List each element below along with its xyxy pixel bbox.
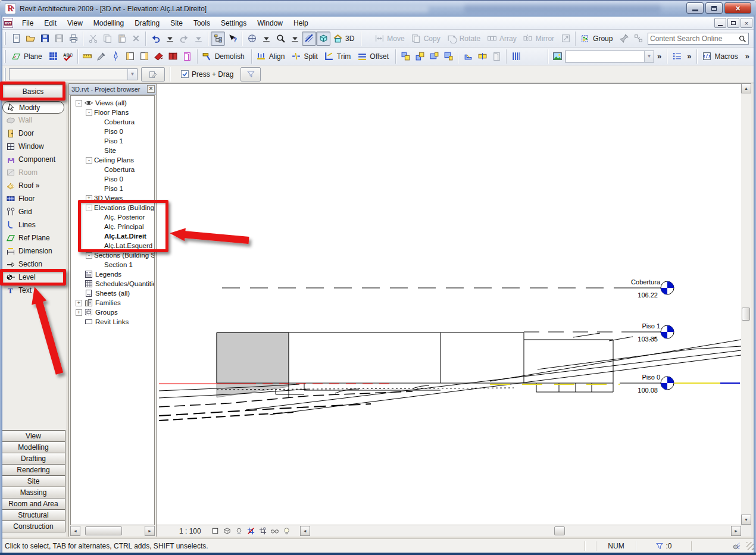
context-help-button[interactable]: ?	[225, 32, 239, 46]
menu-file[interactable]: File	[17, 18, 39, 29]
tree-item-cobertura[interactable]: Cobertura	[71, 117, 154, 127]
spelling-button[interactable]: ABC	[61, 49, 75, 64]
menu-tools[interactable]: Tools	[188, 18, 215, 29]
selection-filter-cell[interactable]: :0	[636, 539, 691, 553]
new-button[interactable]	[9, 32, 23, 46]
zoom-dropdown-button[interactable]	[288, 32, 302, 46]
type-selector-combobox[interactable]: ▼	[9, 68, 138, 80]
designbar-tab-basics[interactable]: Basics	[2, 84, 64, 99]
search-input[interactable]	[650, 35, 738, 43]
edit-cut-join-button[interactable]	[413, 49, 427, 64]
designbar-item-floor[interactable]: Floor	[0, 192, 67, 205]
collapse-icon[interactable]: -	[76, 100, 82, 106]
design-options-button[interactable]	[670, 49, 684, 64]
designbar-tab-room-and-area[interactable]: Room and Area	[1, 498, 65, 510]
designbar-tab-view[interactable]: View	[1, 430, 65, 442]
level-elevation[interactable]: 106.22	[638, 291, 658, 299]
filter-button[interactable]	[240, 67, 261, 81]
crop-region-off-icon[interactable]	[245, 526, 257, 537]
tree-item-al-lat-direit[interactable]: Alç.Lat.Direit	[71, 231, 154, 241]
child-minimize-button[interactable]	[714, 18, 726, 28]
project-browser-header[interactable]: 3D.rvt - Project browser ✕	[69, 84, 156, 95]
drawing-area[interactable]: Cobertura 106.22 Piso 1 103.35 Piso 0 10…	[157, 83, 741, 525]
menu-modelling[interactable]: Modelling	[88, 18, 129, 29]
render-region-combobox[interactable]: ▼	[565, 51, 654, 62]
collapse-icon[interactable]: -	[86, 109, 92, 116]
restore-button[interactable]	[705, 2, 723, 14]
tree-item-families[interactable]: +Families	[71, 298, 154, 308]
tree-item-piso-0[interactable]: Piso 0	[71, 174, 154, 184]
shading-box-button[interactable]	[316, 32, 330, 46]
tree-item-al-lat-esquerd[interactable]: Alç.Lat.Esquerd	[71, 241, 154, 250]
match-type-button[interactable]	[95, 49, 109, 64]
group-button[interactable]	[578, 32, 592, 46]
scrollbar-thumb[interactable]	[742, 308, 750, 321]
level-elevation[interactable]: 103.35	[638, 335, 658, 343]
paint-button[interactable]	[152, 49, 166, 64]
designbar-tab-rendering[interactable]: Rendering	[1, 464, 65, 476]
join-geometry-button[interactable]	[441, 49, 455, 64]
chevron-down-icon[interactable]: ▼	[644, 51, 654, 62]
menu-site[interactable]: Site	[165, 18, 188, 29]
designbar-tab-structural[interactable]: Structural	[1, 509, 65, 521]
tree-item-section-1[interactable]: Section 1	[71, 260, 154, 269]
scroll-right-icon[interactable]: ►	[145, 526, 155, 536]
cut-face-right-button[interactable]	[138, 49, 152, 64]
tree-item-sections-building-s[interactable]: -Sections (Building S	[71, 250, 154, 260]
wall-join-button[interactable]	[398, 49, 413, 64]
linework-button[interactable]	[109, 49, 123, 64]
split-button[interactable]	[289, 49, 303, 64]
designbar-item-roof[interactable]: Roof »	[0, 179, 67, 192]
designbar-tab-modelling[interactable]: Modelling	[1, 441, 65, 453]
chevron-down-icon[interactable]: ▼	[127, 69, 137, 80]
edit-wall-joins-button[interactable]	[461, 49, 475, 64]
scroll-left-icon[interactable]: ◄	[300, 526, 310, 536]
tree-item-elevations-building[interactable]: -Elevations (Building	[71, 203, 154, 212]
designbar-item-dimension[interactable]: Dimension	[0, 244, 67, 258]
close-button[interactable]: ×	[724, 2, 751, 14]
toolbar-grip[interactable]	[4, 50, 6, 63]
level-elevation[interactable]: 100.08	[638, 387, 658, 394]
canvas-vscrollbar[interactable]: ▲ ▼	[741, 83, 751, 525]
zoom-button[interactable]	[273, 32, 288, 46]
toolbar-grip[interactable]	[4, 32, 6, 45]
tree-item-site[interactable]: Site	[71, 146, 154, 155]
designbar-item-ref-plane[interactable]: Ref Plane	[0, 231, 67, 244]
tree-item-legends[interactable]: Legends	[71, 269, 154, 279]
scroll-right-icon[interactable]: ►	[731, 526, 741, 536]
tree-item-cobertura[interactable]: Cobertura	[71, 165, 154, 174]
default-3d-view-button[interactable]	[330, 32, 345, 46]
level-head-piso1[interactable]	[661, 325, 674, 338]
materials-button[interactable]	[166, 49, 180, 64]
child-restore-button[interactable]	[727, 18, 739, 28]
expand-icon[interactable]: +	[76, 309, 82, 316]
tree-item-views-all[interactable]: -Views (all)	[71, 98, 154, 108]
split-face-button[interactable]	[475, 49, 489, 64]
scroll-left-icon[interactable]: ◄	[70, 526, 80, 536]
designbar-item-text[interactable]: TText	[0, 284, 67, 297]
open-button[interactable]	[23, 32, 38, 46]
collapse-icon[interactable]: -	[86, 205, 92, 211]
level-name[interactable]: Cobertura	[631, 278, 661, 286]
tree-item-al-posterior[interactable]: Alç. Posterior	[71, 212, 154, 222]
tree-item-floor-plans[interactable]: -Floor Plans	[71, 108, 154, 117]
menu-help[interactable]: Help	[288, 18, 314, 29]
thin-lines-button[interactable]	[302, 32, 316, 46]
tree-item-piso-1[interactable]: Piso 1	[71, 184, 154, 193]
render-region-button[interactable]	[551, 49, 565, 64]
toolbar-overflow-chevron[interactable]: »	[745, 52, 749, 61]
tree-item-piso-1[interactable]: Piso 1	[71, 136, 154, 146]
menu-view[interactable]: View	[62, 18, 88, 29]
reveal-hidden-icon[interactable]	[269, 526, 281, 537]
grid-surface-button[interactable]	[46, 49, 61, 64]
designbar-item-window[interactable]: Window	[0, 140, 67, 153]
press-drag-checkbox[interactable]	[181, 70, 189, 78]
level-name[interactable]: Piso 0	[642, 374, 660, 381]
designbar-item-modify[interactable]: Modify	[2, 101, 64, 114]
toolbar-overflow-chevron[interactable]: »	[687, 52, 691, 61]
content-search-box[interactable]	[648, 33, 749, 45]
level-head-cobertura[interactable]	[661, 281, 674, 294]
scroll-up-icon[interactable]: ▲	[741, 83, 751, 93]
save-button[interactable]	[38, 32, 52, 46]
trim-button[interactable]	[322, 49, 336, 64]
